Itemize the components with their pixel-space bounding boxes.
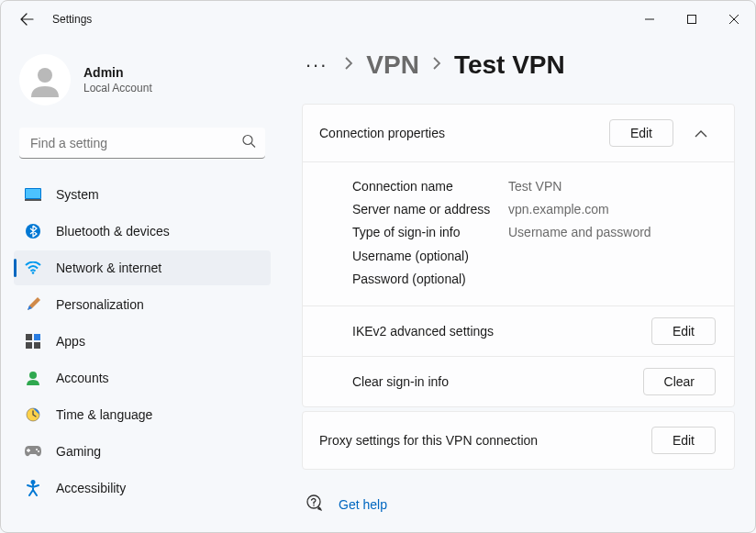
svg-point-2 — [38, 68, 52, 83]
sidebar-item-system[interactable]: System — [14, 177, 271, 212]
get-help-row: Get help — [302, 494, 735, 516]
sidebar-item-label: Time & language — [56, 407, 152, 422]
back-arrow-icon — [19, 12, 34, 27]
search-container — [19, 128, 265, 159]
prop-server-address: Server name or addressvpn.example.com — [352, 198, 716, 221]
proxy-settings-card: Proxy settings for this VPN connection E… — [302, 411, 735, 470]
svg-rect-13 — [34, 342, 40, 349]
sidebar-item-bluetooth[interactable]: Bluetooth & devices — [14, 214, 271, 249]
system-icon — [25, 186, 41, 203]
sidebar-item-label: Gaming — [56, 444, 101, 459]
avatar-icon — [28, 62, 62, 97]
svg-rect-7 — [25, 199, 41, 201]
connection-properties-list: Connection nameTest VPN Server name or a… — [303, 161, 734, 305]
person-icon — [25, 370, 41, 386]
clock-icon — [25, 406, 41, 423]
ikev2-label: IKEv2 advanced settings — [352, 324, 651, 339]
sidebar-item-label: Accessibility — [56, 481, 126, 495]
breadcrumb-parent[interactable]: VPN — [366, 50, 419, 80]
search-input[interactable] — [19, 128, 265, 159]
edit-proxy-button[interactable]: Edit — [651, 427, 716, 454]
wifi-icon — [25, 260, 41, 276]
maximize-button[interactable] — [671, 6, 713, 33]
maximize-icon — [687, 15, 696, 24]
sidebar-item-label: Bluetooth & devices — [56, 224, 170, 239]
svg-point-9 — [32, 272, 35, 274]
sidebar-item-time[interactable]: Time & language — [14, 397, 271, 432]
connection-properties-card: Connection properties Edit Connection na… — [302, 104, 735, 407]
collapse-button[interactable] — [686, 129, 716, 138]
sidebar-item-accessibility[interactable]: Accessibility — [14, 471, 271, 505]
profile-name: Admin — [83, 65, 152, 80]
clear-signin-button[interactable]: Clear — [643, 368, 716, 395]
close-button[interactable] — [713, 6, 755, 33]
ikev2-row: IKEv2 advanced settings Edit — [303, 305, 734, 356]
sidebar-item-network[interactable]: Network & internet — [14, 250, 271, 285]
connection-properties-header[interactable]: Connection properties Edit — [303, 105, 734, 161]
back-button[interactable] — [17, 10, 36, 28]
sidebar-item-label: Personalization — [56, 297, 144, 312]
search-icon — [242, 135, 256, 152]
svg-point-17 — [38, 450, 39, 452]
sidebar: Admin Local Account System Bluetooth & d… — [1, 38, 276, 532]
nav: System Bluetooth & devices Network & int… — [14, 177, 271, 505]
sidebar-item-label: Accounts — [56, 371, 109, 385]
gamepad-icon — [25, 443, 41, 460]
prop-password: Password (optional) — [352, 268, 716, 291]
sidebar-item-label: Network & internet — [56, 261, 161, 275]
get-help-link[interactable]: Get help — [339, 497, 387, 512]
sidebar-item-accounts[interactable]: Accounts — [14, 361, 271, 395]
window-controls — [628, 6, 755, 33]
svg-rect-1 — [688, 16, 696, 24]
accessibility-icon — [25, 480, 41, 496]
sidebar-item-label: System — [56, 187, 99, 202]
svg-rect-11 — [34, 334, 40, 340]
close-icon — [729, 15, 739, 24]
minimize-button[interactable] — [628, 6, 671, 33]
bluetooth-icon — [25, 223, 41, 239]
svg-point-16 — [36, 449, 38, 450]
breadcrumb-current: Test VPN — [454, 50, 565, 80]
brush-icon — [25, 296, 41, 313]
edit-connection-button[interactable]: Edit — [609, 119, 673, 147]
clear-signin-label: Clear sign-in info — [352, 374, 643, 389]
prop-connection-name: Connection nameTest VPN — [352, 175, 716, 198]
chevron-right-icon — [344, 57, 353, 73]
main-content: ··· VPN Test VPN Connection properties E… — [276, 38, 755, 532]
titlebar: Settings — [1, 1, 755, 38]
prop-signin-type: Type of sign-in infoUsername and passwor… — [352, 221, 716, 244]
sidebar-item-apps[interactable]: Apps — [14, 324, 271, 359]
svg-point-3 — [243, 136, 252, 145]
svg-point-20 — [313, 505, 315, 506]
chevron-up-icon — [695, 129, 707, 138]
help-icon — [306, 494, 324, 516]
profile-block[interactable]: Admin Local Account — [14, 47, 271, 128]
sidebar-item-label: Apps — [56, 334, 85, 349]
edit-ikev2-button[interactable]: Edit — [651, 317, 716, 345]
prop-username: Username (optional) — [352, 245, 716, 268]
svg-point-14 — [29, 372, 37, 379]
sidebar-item-personalization[interactable]: Personalization — [14, 287, 271, 322]
sidebar-item-gaming[interactable]: Gaming — [14, 434, 271, 469]
svg-line-4 — [251, 144, 255, 148]
svg-rect-10 — [26, 334, 32, 340]
svg-rect-6 — [26, 189, 40, 198]
breadcrumb-overflow[interactable]: ··· — [302, 53, 331, 77]
card-title: Proxy settings for this VPN connection — [319, 433, 651, 448]
card-title: Connection properties — [319, 126, 609, 140]
minimize-icon — [645, 15, 654, 24]
svg-rect-12 — [26, 342, 32, 349]
proxy-settings-row[interactable]: Proxy settings for this VPN connection E… — [303, 412, 734, 469]
avatar — [19, 54, 71, 105]
apps-icon — [25, 333, 41, 350]
window-title: Settings — [52, 13, 92, 26]
profile-subtitle: Local Account — [83, 82, 152, 94]
chevron-right-icon — [432, 57, 441, 73]
clear-signin-row: Clear sign-in info Clear — [303, 356, 734, 406]
breadcrumb: ··· VPN Test VPN — [302, 45, 735, 85]
